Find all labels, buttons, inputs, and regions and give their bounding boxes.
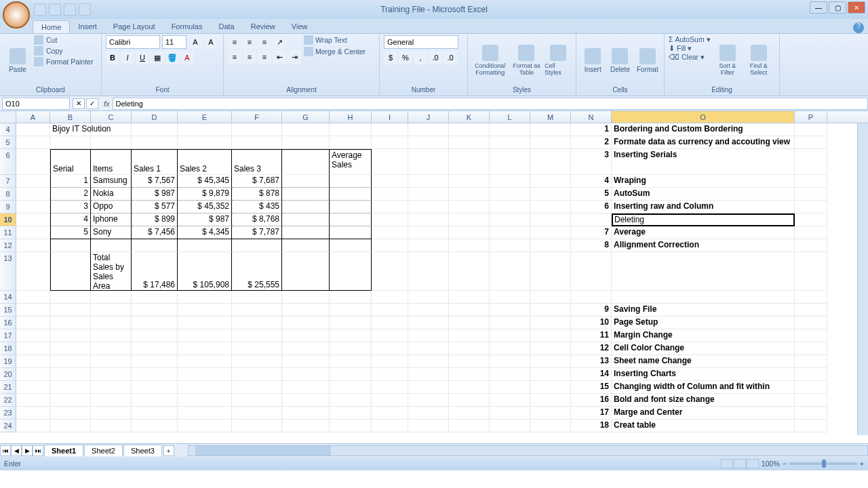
copy-button[interactable]: Copy: [34, 46, 93, 56]
cell[interactable]: [449, 317, 490, 329]
cell[interactable]: [132, 239, 178, 252]
cell[interactable]: [449, 381, 490, 394]
cell[interactable]: [330, 226, 372, 239]
horizontal-scrollbar[interactable]: [188, 445, 868, 456]
cell[interactable]: [282, 226, 330, 239]
cell[interactable]: [449, 394, 490, 407]
cell[interactable]: 15: [571, 381, 612, 394]
cell[interactable]: [16, 381, 50, 394]
cell[interactable]: [795, 329, 827, 342]
cell[interactable]: [795, 342, 827, 355]
format-button[interactable]: Format: [635, 35, 660, 85]
cell[interactable]: [16, 214, 50, 226]
cell[interactable]: [408, 239, 449, 252]
cell[interactable]: [372, 317, 408, 329]
cell[interactable]: [91, 239, 132, 252]
worksheet-grid[interactable]: ABCDEFGHIJKLMNOP 45678910111213141516171…: [0, 111, 868, 443]
cell[interactable]: 3: [50, 201, 91, 214]
cell[interactable]: $ 7,567: [132, 175, 178, 188]
office-button[interactable]: [3, 1, 30, 28]
cell[interactable]: [530, 123, 571, 136]
cell[interactable]: [50, 329, 91, 342]
cell[interactable]: [178, 355, 232, 368]
font-color-button[interactable]: A: [180, 51, 194, 64]
cell[interactable]: [178, 136, 232, 149]
merge-center-button[interactable]: Merge & Center: [304, 47, 366, 56]
cell[interactable]: [372, 329, 408, 342]
close-button[interactable]: ✕: [848, 1, 865, 14]
cell[interactable]: $ 7,687: [232, 175, 282, 188]
cell[interactable]: [16, 239, 50, 252]
italic-button[interactable]: I: [121, 51, 134, 64]
cell[interactable]: [795, 226, 827, 239]
cell[interactable]: [372, 420, 408, 432]
column-header[interactable]: P: [795, 111, 827, 123]
cell[interactable]: [490, 226, 530, 239]
cell[interactable]: [449, 407, 490, 420]
cell[interactable]: Inserting raw and Column: [612, 201, 795, 214]
cell[interactable]: [91, 329, 132, 342]
cell[interactable]: [330, 368, 372, 381]
page-layout-view-icon[interactable]: [734, 459, 746, 468]
cell[interactable]: [408, 136, 449, 149]
align-middle-icon[interactable]: ≡: [243, 35, 256, 49]
column-header[interactable]: H: [330, 111, 372, 123]
cell[interactable]: 11: [571, 329, 612, 342]
row-header[interactable]: 14: [0, 291, 16, 304]
cell[interactable]: 16: [571, 394, 612, 407]
cell[interactable]: Total Sales by Sales Area: [91, 252, 132, 291]
cell[interactable]: [408, 214, 449, 226]
cell[interactable]: [490, 214, 530, 226]
cell[interactable]: [50, 407, 91, 420]
cell[interactable]: [372, 239, 408, 252]
cell[interactable]: [16, 407, 50, 420]
cell[interactable]: [795, 239, 827, 252]
currency-icon[interactable]: $: [384, 51, 397, 64]
align-right-icon[interactable]: ≡: [258, 50, 271, 64]
page-break-view-icon[interactable]: [747, 459, 759, 468]
cell[interactable]: [372, 355, 408, 368]
row-header[interactable]: 6: [0, 149, 16, 175]
cell[interactable]: [530, 407, 571, 420]
cell[interactable]: [530, 342, 571, 355]
comma-icon[interactable]: ,: [414, 51, 427, 64]
row-header[interactable]: 23: [0, 407, 16, 420]
cell[interactable]: [16, 226, 50, 239]
cell[interactable]: [530, 291, 571, 304]
cell[interactable]: 18: [571, 420, 612, 432]
cell[interactable]: [530, 188, 571, 201]
cell[interactable]: [91, 123, 132, 136]
indent-dec-icon[interactable]: ⇤: [273, 50, 286, 64]
cell[interactable]: [16, 201, 50, 214]
cell[interactable]: [372, 188, 408, 201]
cell[interactable]: [449, 201, 490, 214]
cell[interactable]: [132, 420, 178, 432]
cell[interactable]: Wraping: [612, 175, 795, 188]
indent-inc-icon[interactable]: ⇥: [288, 50, 301, 64]
cell[interactable]: $ 7,456: [132, 226, 178, 239]
column-header[interactable]: I: [372, 111, 408, 123]
cell[interactable]: [408, 329, 449, 342]
autosum-button[interactable]: Σ AutoSum ▾: [669, 35, 711, 43]
cell[interactable]: [795, 304, 827, 317]
cell[interactable]: [408, 291, 449, 304]
fill-color-button[interactable]: 🪣: [165, 51, 179, 64]
cell[interactable]: [571, 214, 612, 226]
cell[interactable]: Serial: [50, 149, 91, 175]
cell[interactable]: [490, 304, 530, 317]
minimize-button[interactable]: —: [810, 1, 827, 14]
cell[interactable]: 1: [571, 123, 612, 136]
cell[interactable]: $ 577: [132, 201, 178, 214]
cell[interactable]: [16, 317, 50, 329]
cell[interactable]: [282, 214, 330, 226]
cell[interactable]: [449, 123, 490, 136]
cell[interactable]: [408, 304, 449, 317]
cell[interactable]: [490, 136, 530, 149]
cell[interactable]: [178, 123, 232, 136]
cell[interactable]: [372, 175, 408, 188]
cell[interactable]: [91, 304, 132, 317]
cell[interactable]: [372, 136, 408, 149]
zoom-out-icon[interactable]: −: [783, 460, 787, 468]
cell[interactable]: [132, 291, 178, 304]
cell[interactable]: [449, 291, 490, 304]
